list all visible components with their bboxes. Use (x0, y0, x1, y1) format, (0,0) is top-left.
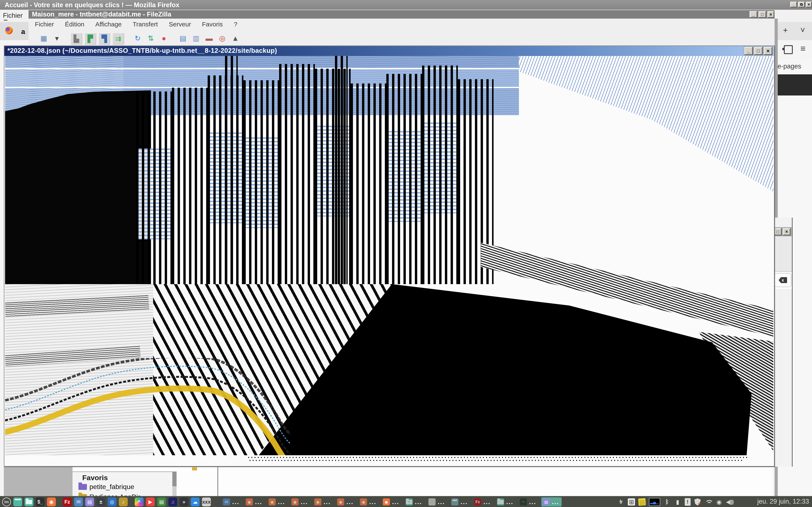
show-desktop-button[interactable] (13, 498, 22, 506)
clipboard-icon[interactable]: ! (685, 498, 691, 506)
window-list-item-firefox-bright[interactable]: ◉... (382, 497, 402, 507)
doc-launcher[interactable]: ▤ (157, 498, 166, 506)
filezilla-titlebar[interactable]: Maison_mere - tntbnet@databit.me - FileZ… (29, 10, 774, 18)
toolbar-stop-icon[interactable]: ▲ (230, 33, 241, 44)
toolbar-toggle-queue-icon[interactable]: ⇉ (112, 33, 124, 45)
teal-box-icon (451, 498, 458, 506)
audacity-launcher[interactable]: ♫ (168, 498, 177, 506)
toolbar-file-a-icon[interactable]: ▤ (177, 33, 189, 44)
search-input[interactable]: x (774, 273, 791, 287)
sticky-notes-icon[interactable]: ▤ (638, 498, 646, 506)
filezilla-menu-0[interactable]: Fichier (35, 21, 54, 28)
filezilla-minimize-button[interactable]: _ (750, 11, 757, 18)
firefox-launcher[interactable]: ◉ (47, 498, 56, 506)
dialog-search-row: x (773, 272, 792, 289)
window-list-item-folder-search[interactable]: ○... (404, 497, 424, 507)
toolbar-search-icon[interactable]: ◎ (217, 33, 228, 44)
filezilla-menu-4[interactable]: Serveur (169, 21, 191, 28)
editor-minimize-button[interactable]: _ (744, 47, 753, 55)
tab-favicon-a[interactable]: a (21, 27, 25, 36)
wifi-icon[interactable] (705, 498, 712, 506)
firefox-restore-button[interactable]: ⧉ (798, 2, 805, 7)
desktop-screen: Accueil - Votre site en quelques clics !… (0, 0, 812, 507)
toolbar-refresh-icon[interactable]: ↻ (132, 33, 143, 44)
filezilla-menu-3[interactable]: Transfert (133, 21, 158, 28)
video-launcher[interactable]: » (180, 498, 189, 506)
display-settings-icon[interactable]: ⊞ (628, 498, 635, 506)
network-graph-icon[interactable]: ▂▄▁ (649, 498, 660, 506)
bookmark-item-fragment[interactable]: e-pages (777, 62, 801, 70)
toolbar-toggle-tree-icon[interactable]: ▛ (84, 33, 96, 45)
firefox-close-button[interactable]: × (806, 2, 812, 7)
filezilla-close-button[interactable]: × (767, 11, 774, 18)
window-list-item-firefox[interactable]: ◉... (245, 497, 265, 507)
filezilla-menu-1[interactable]: Édition (65, 21, 84, 28)
editor-text-area-glitched[interactable] (5, 56, 773, 466)
dialog-maximize-button[interactable]: □ (774, 228, 781, 235)
window-list-item-firefox[interactable]: ◉... (290, 497, 310, 507)
favorites-scrollbar[interactable] (172, 471, 176, 496)
window-list-item-firefox[interactable]: ◉... (336, 497, 356, 507)
mint-menu-button[interactable]: lm (2, 498, 11, 506)
firefox-minimize-button[interactable]: _ (790, 2, 797, 7)
toolbar-toggle-remote-icon[interactable]: ▜ (98, 33, 110, 45)
media-launcher[interactable]: ▶ (146, 498, 155, 506)
window-list-item-filezilla[interactable]: Fz... (473, 497, 493, 507)
toolbar-toggle-log-icon[interactable]: ▙ (70, 33, 82, 45)
calculator-launcher[interactable]: ± (96, 498, 105, 506)
filezilla-menu-2[interactable]: Affichage (95, 21, 122, 28)
bluetooth-icon[interactable]: ᛒ (664, 498, 671, 506)
image-tool-launcher[interactable]: ^ (135, 498, 144, 506)
editor-close-button[interactable]: × (764, 47, 772, 55)
mail-launcher[interactable]: ✉ (74, 498, 83, 506)
audio-launcher[interactable]: ♪ (119, 498, 128, 506)
nvidia-icon[interactable]: ◉ (716, 498, 723, 506)
editor-titlebar[interactable]: *2022-12-08.json (~/Documents/ASSO_TNTB/… (4, 46, 774, 56)
window-list-item-sysmonitor[interactable]: ~... (518, 497, 539, 507)
toolbar-sync-browsing-icon[interactable]: ● (158, 33, 169, 44)
terminal-launcher[interactable]: $_ (36, 498, 45, 506)
cloud-launcher[interactable]: ☁ (191, 498, 200, 506)
firefox-logo-icon[interactable] (5, 26, 13, 34)
filezilla-maximize-button[interactable]: □ (759, 11, 766, 18)
window-list-item-firefox[interactable]: ◉... (359, 497, 379, 507)
toolbar-site-manager-icon[interactable]: ▦ (38, 33, 49, 44)
favorite-item[interactable]: petite_fabrique (79, 483, 134, 491)
editor-maximize-button[interactable]: □ (754, 47, 763, 55)
filezilla-menu-6[interactable]: ? (234, 21, 238, 28)
filezilla-panel-fragment (218, 467, 772, 496)
hamburger-menu-icon[interactable]: ≡ (800, 44, 806, 54)
codec-launcher[interactable]: xxx (202, 498, 211, 506)
window-list-item-document[interactable]: ... (427, 497, 448, 507)
window-list-item-teal-box[interactable]: ... (450, 497, 470, 507)
dialog-close-button[interactable]: × (783, 228, 791, 235)
window-list-item-firefox[interactable]: ◉... (267, 497, 288, 507)
battery-icon[interactable]: ▮ (674, 498, 681, 506)
window-list-item-firefox[interactable]: ◉... (313, 497, 333, 507)
backspace-icon[interactable]: x (778, 277, 787, 283)
folder-icon (79, 484, 87, 490)
volume-icon[interactable]: ◀))) (726, 498, 733, 506)
text-editor-launcher[interactable]: ▤ (85, 498, 94, 506)
window-list-item-mail[interactable]: ✉... (221, 497, 242, 507)
file-manager-launcher[interactable] (24, 498, 34, 506)
dialog-titlebar[interactable]: □ × (773, 227, 792, 236)
scrollbar-thumb[interactable] (172, 471, 176, 486)
firefox-menu-fichier[interactable]: Fichier (3, 12, 22, 19)
screenshot-launcher[interactable]: ◎ (108, 498, 116, 506)
window-list-item-folder[interactable]: ... (496, 497, 516, 507)
taskbar-clock[interactable]: jeu. 29 juin, 12:33 (757, 498, 809, 505)
filezilla-launcher[interactable]: Fz (63, 498, 72, 506)
toolbar-site-manager-dropdown-icon[interactable]: ▾ (51, 33, 62, 44)
firefox-titlebar[interactable]: Accueil - Votre site en quelques clics !… (0, 0, 812, 10)
filezilla-menu-5[interactable]: Favoris (202, 21, 223, 28)
toolbar-file-b-icon[interactable]: ▥ (191, 33, 202, 44)
keyboard-layout-indicator[interactable]: fr (617, 498, 624, 506)
window-list-item-text-editor[interactable]: ▤... (541, 497, 562, 507)
new-tab-button[interactable]: + (783, 26, 788, 35)
toolbar-compare-icon[interactable]: ⇅ (145, 33, 156, 44)
toolbar-filter-icon[interactable]: ▬ (204, 33, 215, 44)
extensions-icon[interactable] (784, 45, 793, 54)
firewall-icon[interactable] (694, 498, 701, 506)
tab-list-button[interactable]: ˅ (800, 26, 805, 35)
